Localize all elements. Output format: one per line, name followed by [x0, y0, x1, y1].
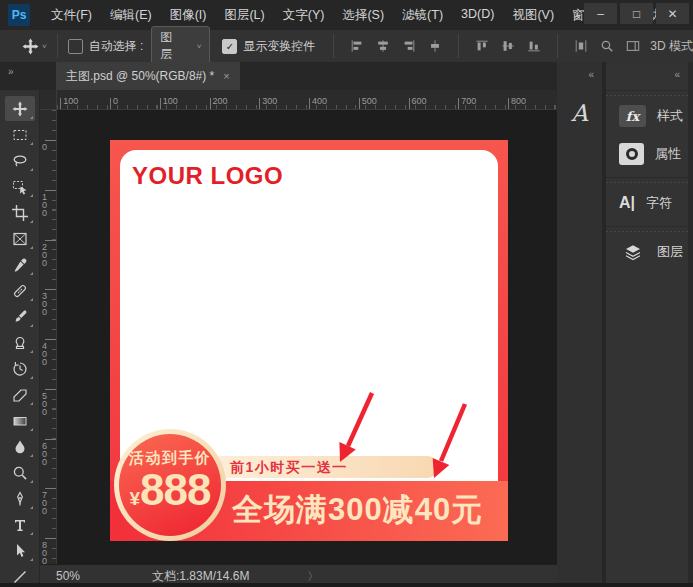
menu-item-2[interactable]: 编辑(E) — [101, 7, 161, 24]
ruler-label: 400 — [312, 96, 327, 106]
status-options-chevron-icon[interactable]: 〉 — [307, 569, 318, 584]
icon-panel-column: « A — [557, 62, 602, 587]
minimize-button[interactable]: – — [584, 3, 617, 24]
align-right-edges-icon[interactable] — [398, 35, 420, 57]
object-selection-tool[interactable] — [5, 174, 35, 199]
horizontal-ruler[interactable]: 1000100200300400500600700800 — [57, 90, 557, 110]
path-selection-tool[interactable] — [5, 538, 35, 563]
ruler-label: 700 — [461, 96, 476, 106]
distribute-horizontal-centers-icon[interactable] — [424, 35, 446, 57]
vertical-ruler[interactable]: 01 0 02 0 03 0 04 0 05 0 06 0 07 0 08 0 … — [40, 110, 57, 565]
tab-close-icon[interactable]: × — [223, 70, 229, 82]
search-icon[interactable] — [596, 35, 618, 57]
marquee-tool[interactable] — [5, 122, 35, 147]
ruler-tick — [110, 98, 111, 109]
collapse-panels-icon[interactable]: « — [606, 62, 688, 86]
align-bottom-edges-icon[interactable] — [523, 35, 545, 57]
move-tool[interactable] — [5, 96, 35, 121]
align-left-edges-icon[interactable] — [346, 35, 368, 57]
close-button[interactable]: ✕ — [656, 3, 689, 24]
ruler-tick — [45, 538, 56, 539]
blur-tool[interactable] — [5, 434, 35, 459]
pen-tool[interactable] — [5, 486, 35, 511]
menu-item-6[interactable]: 选择(S) — [333, 7, 393, 24]
panel-group: fx样式属性 — [606, 90, 688, 173]
panel-group: 图层 — [606, 226, 688, 271]
ruler-tick — [45, 339, 56, 340]
menu-item-1[interactable]: 文件(F) — [42, 7, 101, 24]
marquee-icon — [12, 127, 28, 143]
align-horizontal-centers-icon[interactable] — [372, 35, 394, 57]
ruler-label: 300 — [262, 96, 277, 106]
lasso-tool[interactable] — [5, 148, 35, 173]
ruler-label: 5 0 0 — [42, 392, 47, 416]
ruler-tick — [409, 98, 410, 109]
workspace-switcher-icon[interactable] — [622, 35, 644, 57]
gradient-tool[interactable] — [5, 408, 35, 433]
auto-select-checkbox[interactable] — [68, 39, 83, 54]
tools-panel — [0, 90, 40, 587]
object-select-icon — [12, 179, 28, 195]
ruler-tick — [45, 389, 56, 390]
menu-item-8[interactable]: 3D(D) — [452, 7, 503, 24]
ruler-tick — [458, 98, 459, 109]
healing-brush-tool[interactable] — [5, 278, 35, 303]
pasteboard[interactable]: YOUR LOGO 前1小时买一送一 全场满300减40元 活动到手价 ¥ 88… — [57, 110, 557, 565]
menu-item-4[interactable]: 图层(L) — [215, 7, 273, 24]
layers-panel-button[interactable]: 图层 — [606, 233, 688, 271]
ruler-tick — [210, 98, 211, 109]
menu-item-9[interactable]: 视图(V) — [503, 7, 563, 24]
zoom-level-field[interactable]: 50% — [56, 569, 80, 583]
divider — [557, 34, 558, 58]
history-brush-icon — [12, 361, 28, 377]
canvas-area: 1000100200300400500600700800 01 0 02 0 0… — [40, 90, 557, 587]
healing-icon — [12, 283, 28, 299]
menu-item-7[interactable]: 滤镜(T) — [393, 7, 452, 24]
glyphs-panel-button[interactable]: A — [562, 92, 598, 134]
styles-panel-button[interactable]: fx样式 — [606, 97, 688, 135]
ruler-origin-corner[interactable] — [40, 90, 57, 110]
ruler-tick — [45, 190, 56, 191]
type-tool[interactable] — [5, 512, 35, 537]
ruler-tick — [45, 240, 56, 241]
menu-item-5[interactable]: 文字(Y) — [274, 7, 334, 24]
document-tab[interactable]: 主图.psd @ 50%(RGB/8#) * × — [56, 62, 240, 90]
menu-item-3[interactable]: 图像(I) — [161, 7, 216, 24]
align-vertical-centers-icon[interactable] — [497, 35, 519, 57]
distribute-spacing-icon[interactable] — [570, 35, 592, 57]
dodge-tool[interactable] — [5, 460, 35, 485]
properties-panel-button[interactable]: 属性 — [606, 135, 688, 173]
collapse-panels-icon[interactable]: « — [557, 62, 602, 86]
type-icon — [12, 517, 28, 533]
target-layer-select[interactable]: 图层 ˅ — [151, 26, 210, 66]
promo-arrows — [110, 140, 508, 541]
expand-panels-icon[interactable]: » — [0, 62, 40, 77]
eyedropper-tool[interactable] — [5, 252, 35, 277]
show-transform-checkbox[interactable]: ✓ — [222, 39, 237, 54]
target-layer-value: 图层 — [160, 29, 182, 63]
artboard[interactable]: YOUR LOGO 前1小时买一送一 全场满300减40元 活动到手价 ¥ 88… — [110, 140, 508, 541]
eyedropper-icon — [12, 257, 28, 273]
frame-tool[interactable] — [5, 226, 35, 251]
ruler-tick — [259, 98, 260, 109]
ruler-tick — [45, 140, 56, 141]
clone-stamp-tool[interactable] — [5, 330, 35, 355]
maximize-button[interactable]: □ — [620, 3, 653, 24]
dodge-icon — [12, 465, 28, 481]
tool-preset-chevron-icon[interactable]: ˅ — [42, 42, 47, 51]
history-brush-tool[interactable] — [5, 356, 35, 381]
pen-icon — [12, 491, 28, 507]
eraser-tool[interactable] — [5, 382, 35, 407]
chevron-down-icon: ˅ — [197, 42, 202, 51]
layers-panel-button-label: 图层 — [657, 243, 683, 261]
character-panel-button[interactable]: A|字符 — [606, 184, 688, 222]
ruler-tick — [45, 439, 56, 440]
ruler-tick — [359, 98, 360, 109]
labeled-panel-column: « fx样式属性A|字符图层 — [606, 62, 688, 587]
align-top-edges-icon[interactable] — [471, 35, 493, 57]
brush-tool[interactable] — [5, 304, 35, 329]
crop-tool[interactable] — [5, 200, 35, 225]
path-select-icon — [12, 543, 28, 559]
document-tab-title: 主图.psd @ 50%(RGB/8#) * — [66, 68, 214, 85]
brush-icon — [12, 309, 28, 325]
